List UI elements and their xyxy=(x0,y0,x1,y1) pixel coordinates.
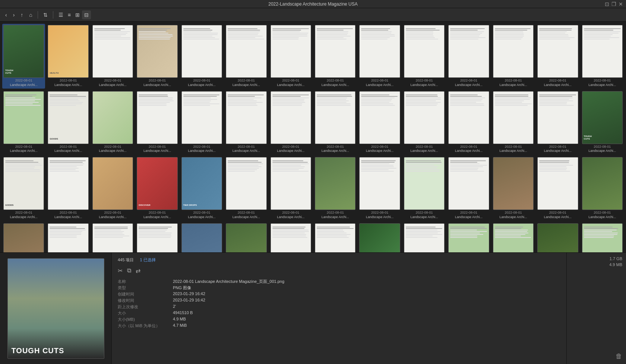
thumbnail-item[interactable]: 2022-08-01Landscape Archi... xyxy=(447,156,490,221)
thumbnail-item[interactable]: 2022-08-01Landscape Archi... xyxy=(136,90,178,155)
thumbnail-item[interactable]: 2022-08-01Landscape Archi... xyxy=(136,24,178,89)
thumbnail-item[interactable]: 2022-08-01Landscape Archi... xyxy=(492,24,535,89)
thumbnail-image xyxy=(404,25,445,78)
thumbnail-image xyxy=(537,25,578,78)
home-button[interactable]: ⌂ xyxy=(27,10,34,19)
thumbnail-image xyxy=(226,91,266,144)
sort-button[interactable]: ⇅ xyxy=(41,10,50,19)
thumbnail-label: 2022-08-01Landscape Archi... xyxy=(448,79,489,87)
thumbnail-item[interactable]: 2022-08-01Landscape Archi... xyxy=(136,222,178,253)
thumbnail-item[interactable]: 2022-08-01Landscape Archi... xyxy=(91,24,134,89)
tile-icon[interactable]: ⊡ xyxy=(605,1,609,7)
list-view-button[interactable]: ☰ xyxy=(56,10,66,19)
thumbnail-item[interactable]: 2022-08-01Landscape Archi... xyxy=(403,90,446,155)
thumbnail-image: THE LAKES AND THE LOCALS xyxy=(359,223,400,253)
thumbnail-image xyxy=(226,223,266,253)
thumbnail-item[interactable]: 2022-08-01Landscape Archi... xyxy=(358,90,401,155)
thumbnail-image xyxy=(448,91,489,144)
thumbnail-item[interactable]: 2022-08-01Landscape Archi... xyxy=(269,222,312,253)
thumbnail-item[interactable]: 2022-08-01Landscape Archi... xyxy=(180,24,223,89)
thumbnail-item[interactable]: 2022-08-01Landscape Archi... xyxy=(492,156,535,221)
back-button[interactable]: ‹ xyxy=(3,10,9,19)
thumbnail-item[interactable]: 2022-08-01Landscape Archi... xyxy=(314,90,357,155)
scissors-icon[interactable]: ✂ xyxy=(118,267,123,274)
thumbnail-item[interactable]: TIER DROPS2022-08-01Landscape Archi... xyxy=(180,156,223,221)
thumbnail-item[interactable]: 2022-08-01Landscape Archi... xyxy=(581,24,624,89)
list-detail-view-button[interactable]: ≡ xyxy=(66,10,73,19)
val-sizemib: 4.7 MiB xyxy=(173,323,560,329)
share-icon[interactable]: ⇄ xyxy=(136,267,140,274)
thumbnail-item[interactable]: 2022-08-01Landscape Archi... xyxy=(447,90,490,155)
thumbnail-item[interactable]: 2022-08-01Landscape Archi... xyxy=(358,156,401,221)
title-text: 2022-Landscape Architecture Magazine USA xyxy=(268,1,357,7)
maximize-icon[interactable]: ❐ xyxy=(611,1,616,7)
thumbnail-item[interactable]: 2022-08-01Landscape Archi... xyxy=(492,90,535,155)
up-button[interactable]: ↑ xyxy=(18,10,25,19)
thumbnail-item[interactable]: 2022-08-01Landscape Archi... xyxy=(47,222,89,253)
thumbnail-grid-area[interactable]: TOUGH CUTS2022-08-01Landscape Archi...HE… xyxy=(0,22,626,252)
thumbnail-item[interactable]: HEALTH2022-08-01Landscape Archi... xyxy=(47,24,89,89)
thumbnail-item[interactable]: 2022-08-01Landscape Archi... xyxy=(358,24,401,89)
thumbnail-label: 2022-08-01Landscape Archi... xyxy=(137,211,177,219)
thumbnail-label: 2022-08-01Landscape Archi... xyxy=(271,79,311,87)
toolbar: ‹ › ↑ ⌂ ⇅ ☰ ≡ ⊞ ⊟ xyxy=(0,8,626,22)
val-created: 2023-01-29 16:42 xyxy=(173,291,560,297)
thumbnail-item[interactable]: 2022-08-01Landscape Archi... xyxy=(47,156,89,221)
thumbnail-item[interactable]: 2022-08-01Landscape Archi... xyxy=(536,24,579,89)
thumbnail-item[interactable]: 2022-08-01Landscape Archi... xyxy=(403,222,446,253)
thumbnail-label: 2022-08-01Landscape Archi... xyxy=(3,79,44,87)
thumbnail-item[interactable]: 2022-08-01Landscape Archi... xyxy=(225,24,268,89)
thumbnail-item[interactable]: 2022-08-01Landscape Archi... xyxy=(314,222,357,253)
main-area: TOUGH CUTS2022-08-01Landscape Archi...HE… xyxy=(0,22,626,364)
thumbnail-item[interactable]: Discover2022-08-01Landscape Archi... xyxy=(136,156,178,221)
thumbnail-image xyxy=(92,157,133,210)
preview-text: Tough CUTS xyxy=(12,347,64,355)
window-controls[interactable]: ⊡ ❐ ✕ xyxy=(605,1,623,7)
thumbnail-item[interactable]: 2022-08-01Landscape Archi... xyxy=(581,156,624,221)
thumbnail-label: 2022-08-01Landscape Archi... xyxy=(448,211,489,219)
thumbnail-item[interactable]: 2022-08-01Landscape Archi... xyxy=(314,156,357,221)
thumbnail-item[interactable]: 2022-08-01Landscape Archi... xyxy=(314,24,357,89)
thumbnail-item[interactable]: 2022-08-01Landscape Archi... xyxy=(180,222,223,253)
thumbnail-label: 2022-08-01Landscape Archi... xyxy=(92,211,133,219)
thumbnail-item[interactable]: GOODS2022-08-01Landscape Archi... xyxy=(2,156,45,221)
thumbnail-image: TIER DROPS xyxy=(181,157,222,210)
thumbnail-item[interactable]: 2022-08-01Landscape Archi... xyxy=(2,222,45,253)
thumbnail-item[interactable]: 2022-08-01Landscape Archi... xyxy=(91,156,134,221)
thumbnail-label: 2022-08-01Landscape Archi... xyxy=(582,145,623,153)
thumbnail-item[interactable]: 2022-08-01Landscape Archi... xyxy=(536,222,579,253)
close-icon[interactable]: ✕ xyxy=(619,1,623,7)
grid-view-button[interactable]: ⊟ xyxy=(82,10,91,19)
thumbnail-item[interactable]: 2022-08-01Landscape Archi... xyxy=(403,24,446,89)
thumbnail-item[interactable]: THE LAKES AND THE LOCALS2022-08-01Landsc… xyxy=(358,222,401,253)
thumbnail-item[interactable]: 2022-08-01Landscape Archi... xyxy=(2,90,45,155)
thumbnail-item[interactable]: 2022-08-01Landscape Archi... xyxy=(91,222,134,253)
thumbnail-item[interactable]: 2022-08-01Landscape Archi... xyxy=(91,90,134,155)
thumbnail-item[interactable]: 2022-08-01Landscape Archi... xyxy=(492,222,535,253)
forward-button[interactable]: › xyxy=(11,10,17,19)
thumbnail-item[interactable]: 2022-08-01Landscape Archi... xyxy=(403,156,446,221)
thumbnail-item[interactable]: TOUGH CUTS2022-08-01Landscape Archi... xyxy=(581,90,624,155)
thumbnail-item[interactable]: 2022-08-01Landscape Archi... xyxy=(225,156,268,221)
thumbnail-item[interactable]: 2022-08-01Landscape Archi... xyxy=(447,24,490,89)
thumbnail-item[interactable]: 2022-08-01Landscape Archi... xyxy=(581,222,624,253)
column-view-button[interactable]: ⊞ xyxy=(73,10,82,19)
selected-count: 1 已选择 xyxy=(140,257,155,263)
thumbnail-item[interactable]: 2022-08-01Landscape Archi... xyxy=(536,156,579,221)
thumbnail-item[interactable]: GOODS2022-08-01Landscape Archi... xyxy=(47,90,89,155)
delete-icon[interactable]: 🗑 xyxy=(616,352,622,360)
thumbnail-image xyxy=(537,91,578,144)
thumbnail-item[interactable]: TOUGH CUTS2022-08-01Landscape Archi... xyxy=(2,24,45,89)
thumbnail-item[interactable]: 2022-08-01Landscape Archi... xyxy=(180,90,223,155)
thumbnail-item[interactable]: 2022-08-01Landscape Archi... xyxy=(225,222,268,253)
val-name: 2022-08-01 Landscape Architecture Magazi… xyxy=(173,279,560,284)
copy-icon[interactable]: ⧉ xyxy=(127,267,131,274)
thumbnail-label: 2022-08-01Landscape Archi... xyxy=(359,145,400,153)
thumbnail-item[interactable]: 2022-08-01Landscape Archi... xyxy=(269,24,312,89)
thumbnail-item[interactable]: 2022-08-01Landscape Archi... xyxy=(269,156,312,221)
thumbnail-image xyxy=(359,25,400,78)
thumbnail-item[interactable]: 2022-08-01Landscape Archi... xyxy=(225,90,268,155)
thumbnail-item[interactable]: 2022-08-01Landscape Archi... xyxy=(536,90,579,155)
thumbnail-item[interactable]: 2022-08-01Landscape Archi... xyxy=(447,222,490,253)
thumbnail-item[interactable]: 2022-08-01Landscape Archi... xyxy=(269,90,312,155)
